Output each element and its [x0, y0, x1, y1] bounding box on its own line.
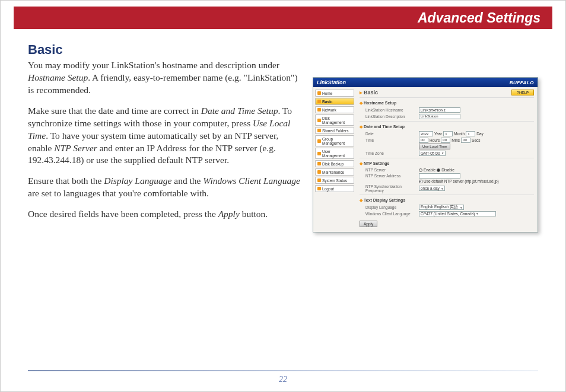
product-logo: LinkStation — [317, 79, 346, 85]
sidebar-item-label: User Management — [322, 149, 352, 158]
year-input[interactable]: 2022 — [419, 131, 433, 136]
chapter-title: Advanced Settings — [418, 10, 540, 26]
menu-icon — [317, 129, 321, 132]
manual-page: Advanced Settings Basic You may modify y… — [0, 0, 566, 392]
paragraph-2: Make sure that the date and time are cor… — [28, 105, 301, 167]
ntp-address-input[interactable] — [419, 173, 460, 179]
page-content: Basic You may modify your LinkStation's … — [28, 42, 538, 368]
section-heading: Basic — [28, 42, 538, 58]
page-title: ▸Basic — [360, 90, 378, 95]
sidebar-item-label: Network — [322, 108, 336, 112]
sidebar-item-label: Group Management — [322, 137, 352, 145]
footer-divider — [28, 370, 538, 371]
ntp-disable-radio[interactable] — [437, 168, 440, 172]
ntp-address-label: NTP Server Address — [360, 174, 419, 178]
timezone-label: Time Zone — [360, 151, 419, 155]
apply-button[interactable]: Apply — [360, 221, 377, 227]
time-label: Time — [360, 138, 419, 142]
day-input[interactable]: 1 — [466, 131, 475, 136]
sec-input[interactable]: 00 — [461, 138, 470, 143]
date-label: Date — [360, 132, 419, 136]
sidebar-item-label: Disk Backup — [322, 162, 344, 166]
body-text-column: You may modify your LinkStation's hostna… — [28, 59, 301, 229]
menu-icon — [317, 100, 321, 103]
sidebar-item-home[interactable]: Home — [315, 90, 354, 97]
sidebar-item-label: System Status — [322, 179, 347, 183]
ntp-enable-radio[interactable] — [419, 168, 422, 172]
menu-icon — [317, 119, 321, 122]
sidebar-item-system-status[interactable]: System Status — [315, 177, 354, 184]
sidebar-item-shared-folders[interactable]: Shared Folders — [315, 127, 354, 134]
page-number: 22 — [1, 375, 565, 384]
sidebar-item-label: Shared Folders — [322, 129, 348, 133]
min-input[interactable]: 00 — [441, 138, 450, 143]
sidebar-item-label: Home — [322, 91, 332, 95]
menu-icon — [317, 91, 321, 95]
ntp-server-label: NTP Server — [360, 168, 419, 172]
menu-icon — [317, 108, 321, 111]
hour-input[interactable]: 00 — [419, 138, 428, 143]
hostname-input[interactable]: LINKSTATION2 — [419, 107, 460, 113]
description-label: LinkStation Description — [360, 114, 419, 119]
chapter-banner: Advanced Settings — [14, 7, 552, 29]
sidebar-item-label: Logout — [322, 187, 334, 191]
menu-icon — [317, 152, 321, 155]
menu-icon — [317, 139, 321, 143]
help-button[interactable]: ?HELP — [511, 90, 534, 95]
sidebar-item-group-management[interactable]: Group Management — [315, 135, 354, 146]
sidebar-item-maintenance[interactable]: Maintenance — [315, 168, 354, 176]
group-display: ◆Text Display Settings Display LanguageE… — [360, 195, 534, 218]
group-hostname: ◆Hostname Setup LinkStation HostnameLINK… — [360, 97, 534, 121]
paragraph-4: Once desired fields have been completed,… — [28, 208, 301, 221]
sidebar-item-disk-management[interactable]: Disk Management — [315, 114, 354, 126]
group-datetime: ◆Date and Time Setup Date 2022Year 1Mont… — [360, 121, 534, 158]
menu-icon — [317, 162, 321, 165]
main-pane: ▸Basic ?HELP ◆Hostname Setup LinkStation… — [356, 87, 538, 232]
menu-icon — [317, 179, 321, 182]
embedded-screenshot: LinkStation BUFFALO HomeBasicNetworkDisk… — [313, 77, 538, 232]
display-lang-select[interactable]: English Englisch 英語 — [419, 205, 464, 210]
hostname-label: LinkStation Hostname — [360, 108, 419, 112]
paragraph-3: Ensure that both the Display Language an… — [28, 175, 301, 200]
sidebar-item-label: Basic — [322, 100, 332, 104]
sidebar-item-network[interactable]: Network — [315, 106, 354, 113]
sidebar-item-label: Maintenance — [322, 170, 344, 174]
sidebar-item-logout[interactable]: Logout — [315, 185, 354, 192]
windows-lang-label: Windows Client Language — [360, 212, 419, 216]
windows-lang-select[interactable]: CP437 (United States, Canada) — [419, 211, 496, 216]
month-input[interactable]: 1 — [443, 131, 453, 136]
use-local-time-button[interactable]: Use Local Time — [419, 144, 450, 149]
sidebar-item-basic[interactable]: Basic — [315, 98, 354, 105]
sidebar-item-user-management[interactable]: User Management — [315, 148, 354, 159]
group-ntp: ◆NTP Settings NTP Server Enable Disable … — [360, 158, 534, 195]
app-header: LinkStation BUFFALO — [313, 78, 538, 87]
ntp-freq-select[interactable]: once a day — [419, 186, 445, 191]
menu-icon — [317, 187, 321, 190]
display-lang-label: Display Language — [360, 205, 419, 209]
brand-logo: BUFFALO — [510, 80, 534, 85]
sidebar-item-label: Disk Management — [322, 116, 352, 125]
timezone-select[interactable]: GMT-05:00 — [419, 151, 446, 156]
paragraph-1: You may modify your LinkStation's hostna… — [28, 59, 301, 97]
side-menu: HomeBasicNetworkDisk ManagementShared Fo… — [313, 87, 356, 232]
sidebar-item-disk-backup[interactable]: Disk Backup — [315, 160, 354, 167]
description-input[interactable]: LinkStation — [419, 114, 460, 119]
menu-icon — [317, 170, 321, 174]
ntp-freq-label: NTP Synchronization Frequency — [360, 184, 419, 193]
ntp-default-checkbox[interactable] — [419, 180, 422, 183]
